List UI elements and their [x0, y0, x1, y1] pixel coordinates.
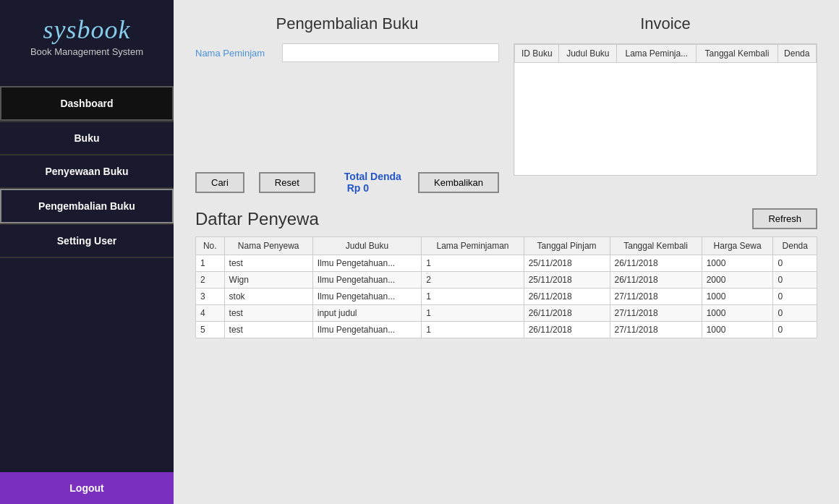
data-table-head: No. Nama Penyewa Judul Buku Lama Peminja…	[196, 237, 817, 255]
table-cell: 0	[773, 289, 817, 305]
table-cell: 1	[196, 255, 225, 272]
pengembalian-panel: Pengembalian Buku Nama Peminjam Cari Res…	[195, 14, 499, 194]
col-lama: Lama Peminjaman	[422, 237, 524, 255]
table-row[interactable]: 5testIlmu Pengetahuan...126/11/201827/11…	[196, 322, 817, 338]
col-judul: Judul Buku	[312, 237, 422, 255]
table-cell: 1000	[702, 255, 773, 272]
col-nama: Nama Penyewa	[224, 237, 312, 255]
col-no: No.	[196, 237, 225, 255]
table-cell: Wign	[224, 272, 312, 289]
table-cell: Ilmu Pengetahuan...	[312, 272, 422, 289]
table-cell: 26/11/2018	[524, 305, 610, 322]
table-cell: 3	[196, 289, 225, 305]
table-cell: Ilmu Pengetahuan...	[312, 289, 422, 305]
table-cell: 27/11/2018	[610, 322, 702, 338]
sidebar: sysbook Book Management System Dashboard…	[0, 0, 174, 504]
nama-peminjam-input[interactable]	[282, 43, 499, 62]
invoice-col-denda: Denda	[778, 45, 816, 63]
table-cell: 1000	[702, 305, 773, 322]
col-denda: Denda	[773, 237, 817, 255]
table-cell: test	[224, 255, 312, 272]
main-content: Pengembalian Buku Nama Peminjam Cari Res…	[174, 0, 839, 504]
table-cell: 1	[422, 305, 524, 322]
pengembalian-title: Pengembalian Buku	[195, 14, 499, 33]
invoice-empty-row	[515, 63, 817, 175]
col-harga: Harga Sewa	[702, 237, 773, 255]
form-buttons: Cari Reset Total Denda Rp 0 Kembalikan	[195, 171, 499, 194]
table-cell: 27/11/2018	[610, 289, 702, 305]
sidebar-item-dashboard[interactable]: Dashboard	[0, 86, 174, 121]
refresh-button[interactable]: Refresh	[752, 208, 817, 229]
table-cell: test	[224, 305, 312, 322]
table-cell: stok	[224, 289, 312, 305]
table-cell: 27/11/2018	[610, 305, 702, 322]
table-cell: 26/11/2018	[524, 289, 610, 305]
logo-subtitle: Book Management System	[30, 46, 143, 57]
invoice-col-judul: Judul Buku	[559, 45, 617, 63]
data-table-header-row: No. Nama Penyewa Judul Buku Lama Peminja…	[196, 237, 817, 255]
top-panels: Pengembalian Buku Nama Peminjam Cari Res…	[195, 14, 817, 194]
daftar-penyewa-table: No. Nama Penyewa Judul Buku Lama Peminja…	[195, 236, 817, 338]
total-denda-value: Rp 0	[347, 182, 369, 194]
cari-button[interactable]: Cari	[195, 172, 244, 193]
invoice-col-lama: Lama Peminja...	[617, 45, 697, 63]
table-cell: 0	[773, 305, 817, 322]
table-cell: 2	[422, 272, 524, 289]
table-cell: 2	[196, 272, 225, 289]
total-denda: Total Denda Rp 0	[344, 171, 404, 194]
table-cell: 25/11/2018	[524, 255, 610, 272]
table-cell: 5	[196, 322, 225, 338]
table-cell: 26/11/2018	[610, 272, 702, 289]
invoice-panel: Invoice ID Buku Judul Buku Lama Peminja.…	[514, 14, 817, 194]
invoice-tbody	[515, 63, 817, 175]
daftar-penyewa-section: Daftar Penyewa Refresh No. Nama Penyewa …	[195, 208, 817, 338]
logo-text: sysbook	[30, 14, 143, 45]
nama-peminjam-row: Nama Peminjam	[195, 43, 499, 62]
table-cell: 2000	[702, 272, 773, 289]
table-cell: 1000	[702, 289, 773, 305]
table-cell: 1000	[702, 322, 773, 338]
sidebar-item-penyewaan[interactable]: Penyewaan Buku	[0, 155, 174, 187]
table-cell: 1	[422, 322, 524, 338]
table-row[interactable]: 2WignIlmu Pengetahuan...225/11/201826/11…	[196, 272, 817, 289]
table-cell: 0	[773, 272, 817, 289]
table-row[interactable]: 3stokIlmu Pengetahuan...126/11/201827/11…	[196, 289, 817, 305]
logo-area: sysbook Book Management System	[23, 0, 150, 64]
invoice-header-row: ID Buku Judul Buku Lama Peminja... Tangg…	[515, 45, 817, 63]
invoice-table-wrapper: ID Buku Judul Buku Lama Peminja... Tangg…	[514, 43, 817, 176]
table-cell: 26/11/2018	[610, 255, 702, 272]
nama-peminjam-label: Nama Peminjam	[195, 48, 282, 59]
table-row[interactable]: 1testIlmu Pengetahuan...125/11/201826/11…	[196, 255, 817, 272]
table-cell: 1	[422, 255, 524, 272]
table-cell: 0	[773, 255, 817, 272]
total-denda-label: Total Denda	[344, 171, 401, 182]
table-cell: Ilmu Pengetahuan...	[312, 322, 422, 338]
logout-button[interactable]: Logout	[0, 472, 174, 504]
table-cell: Ilmu Pengetahuan...	[312, 255, 422, 272]
col-tgl-pinjam: Tanggal Pinjam	[524, 237, 610, 255]
daftar-penyewa-title: Daftar Penyewa	[195, 209, 319, 229]
table-cell: input judul	[312, 305, 422, 322]
nav-divider-5	[0, 257, 174, 258]
invoice-title: Invoice	[514, 14, 817, 33]
sidebar-item-setting[interactable]: Setting User	[0, 225, 174, 257]
kembalikan-button[interactable]: Kembalikan	[418, 172, 499, 193]
data-table-body: 1testIlmu Pengetahuan...125/11/201826/11…	[196, 255, 817, 338]
table-cell: 25/11/2018	[524, 272, 610, 289]
sidebar-item-buku[interactable]: Buku	[0, 122, 174, 154]
table-cell: 26/11/2018	[524, 322, 610, 338]
daftar-header: Daftar Penyewa Refresh	[195, 208, 817, 229]
invoice-col-id: ID Buku	[515, 45, 559, 63]
table-cell: test	[224, 322, 312, 338]
table-cell: 1	[422, 289, 524, 305]
table-cell: 0	[773, 322, 817, 338]
reset-button[interactable]: Reset	[259, 172, 315, 193]
invoice-thead: ID Buku Judul Buku Lama Peminja... Tangg…	[515, 45, 817, 63]
table-cell: 4	[196, 305, 225, 322]
sidebar-item-pengembalian[interactable]: Pengembalian Buku	[0, 189, 174, 223]
col-tgl-kembali: Tanggal Kembali	[610, 237, 702, 255]
table-row[interactable]: 4testinput judul126/11/201827/11/2018100…	[196, 305, 817, 322]
invoice-table: ID Buku Judul Buku Lama Peminja... Tangg…	[514, 44, 817, 175]
invoice-col-tgl: Tanggal Kembali	[697, 45, 778, 63]
